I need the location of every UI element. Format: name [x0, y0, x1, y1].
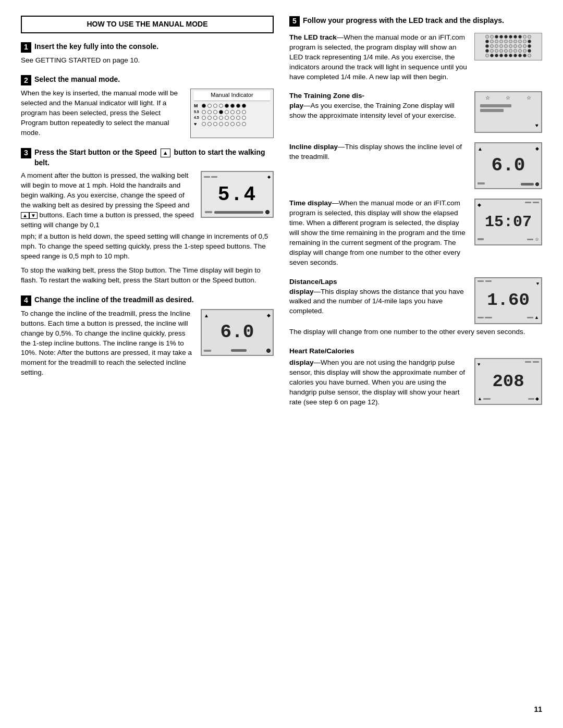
led-dot: [523, 40, 527, 43]
incline-bottom-bar-left: [204, 350, 211, 352]
led-dot: [495, 54, 498, 57]
time-display-title-bold: Time display: [289, 199, 332, 207]
heart-top-heart: ♥: [478, 361, 480, 368]
led-dot: [509, 35, 512, 39]
tz-bars: [478, 104, 539, 112]
incline-top-left-icon: ▲: [204, 312, 209, 319]
dot: [202, 116, 206, 120]
led-dot: [490, 54, 494, 57]
led-dot: [504, 44, 508, 48]
led-row-4: [476, 49, 540, 53]
page-number: 11: [534, 705, 542, 715]
led-dot: [499, 35, 503, 39]
led-track-box: [474, 33, 542, 60]
heart-top-bar: [525, 361, 531, 363]
speed-value: 5.4: [218, 181, 256, 208]
step-4: 4 Change the incline of the treadmill as…: [21, 295, 274, 378]
step-4-body: To change the incline of the treadmill, …: [21, 309, 195, 378]
heart-body-bold: display: [289, 359, 314, 366]
step-1-body: See GETTING STARTED on page 10.: [21, 56, 274, 66]
dot: [202, 122, 206, 126]
led-row-3: [476, 44, 540, 48]
indicator-label-55: 5.5: [194, 109, 200, 115]
step-3-body-p1: A moment after the button is pressed, th…: [21, 171, 194, 230]
led-row-5: [476, 54, 540, 57]
led-dot: [495, 35, 498, 39]
distance-title-bold: Distance/Laps: [289, 278, 337, 286]
led-dot: [509, 49, 512, 53]
step-2-number: 2: [21, 75, 31, 85]
distance-big-box: ♥ 1.60 ▲: [474, 277, 542, 324]
page: HOW TO USE THE MANUAL MODE 1 Insert the …: [0, 0, 563, 728]
dist-bottom-left: [478, 317, 492, 318]
dot: [219, 122, 223, 126]
step-5-title: Follow your progress with the LED track …: [303, 16, 504, 26]
time-bottom-icon: ☆: [535, 236, 539, 243]
dot: [207, 110, 212, 114]
led-dot: [485, 40, 489, 43]
tz-top-icons: ☆ ☆ ☆: [478, 94, 539, 102]
training-zone-box: ☆ ☆ ☆ ♥: [474, 91, 542, 133]
dot: [219, 110, 223, 114]
led-dot: [518, 49, 522, 53]
led-dot: [528, 35, 531, 39]
time-bottom-right: ☆: [527, 236, 539, 243]
dot: [213, 122, 217, 126]
led-dot: [528, 40, 531, 43]
led-dot: [513, 54, 517, 57]
tz-heart-icon: ♥: [535, 122, 538, 129]
led-dot: [490, 35, 494, 39]
led-dot: [523, 49, 527, 53]
incline-display-section: Incline display—This display shows the i…: [289, 142, 542, 189]
step-2-body: When the key is inserted, the manual mod…: [21, 89, 185, 138]
dot: [242, 110, 246, 114]
incline-big-top-left: ▲: [478, 145, 483, 153]
led-dot: [513, 35, 517, 39]
heart-big-box: ♥ 208 ▲: [474, 358, 542, 405]
led-dot: [504, 35, 508, 39]
dot: [230, 104, 235, 108]
heart-bottom-bar: [483, 398, 491, 400]
distance-body-bold: display: [289, 288, 314, 295]
incline-big-knob: [535, 182, 539, 186]
tz-icon-2: ☆: [506, 94, 510, 102]
led-dot: [528, 44, 531, 48]
led-dot: [513, 49, 517, 53]
dist-top-bar: [485, 280, 492, 282]
led-dot: [504, 54, 508, 57]
incline-top-right-icon: ◆: [267, 312, 271, 319]
incline-big-slider: [521, 183, 534, 186]
dot: [230, 122, 235, 126]
dot: [236, 122, 240, 126]
led-dot: [485, 49, 489, 53]
led-dot: [499, 44, 503, 48]
indicator-row-55: 5.5: [194, 109, 270, 115]
led-dot: [528, 49, 531, 53]
dist-bottom-bar: [478, 317, 484, 318]
dist-top-bar: [478, 280, 484, 282]
indicator-row-heart: ♥: [194, 121, 270, 128]
tz-bar-row-2: [480, 109, 536, 112]
manual-indicator-title: Manual Indicator: [194, 91, 270, 101]
heart-display-section: Heart Rate/Calories display—When you are…: [289, 347, 542, 408]
dot: [202, 104, 206, 108]
incline-bottom-knob: [266, 349, 271, 353]
training-zone-title-bold: The Training Zone dis-play: [289, 92, 364, 109]
speed-top-bar-left: [204, 176, 210, 178]
dot: [225, 110, 229, 114]
led-dot: [490, 44, 494, 48]
dot: [207, 104, 212, 108]
indicator-row-m: M: [194, 103, 270, 109]
dot: [207, 122, 212, 126]
heart-top-bar: [533, 361, 539, 363]
led-dot: [518, 35, 522, 39]
dot: [219, 116, 223, 120]
distance-body2: The display will change from one number …: [289, 327, 542, 337]
led-row-1: [476, 35, 540, 39]
step-4-number: 4: [21, 295, 31, 306]
step-3: 3 Press the Start button or the Speed ▲ …: [21, 147, 274, 286]
step-3-body-p2: To stop the walking belt, press the Stop…: [21, 266, 274, 286]
incline-big-value: 6.0: [492, 153, 525, 179]
indicator-label-m: M: [194, 103, 200, 109]
time-bottom-bar: [527, 239, 533, 240]
